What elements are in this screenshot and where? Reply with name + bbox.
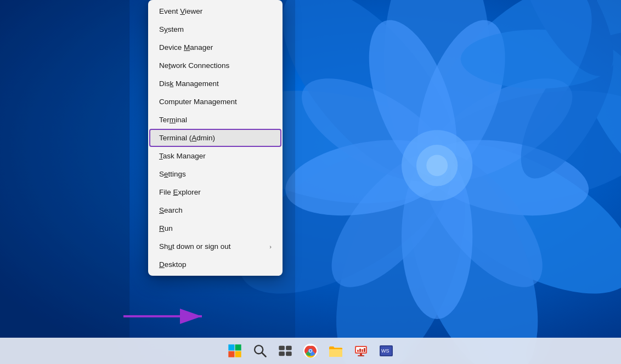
menu-item-label: Desktop	[159, 260, 187, 269]
svg-rect-52	[357, 350, 359, 352]
taskbar-search-button[interactable]	[248, 339, 272, 363]
svg-text:WS: WS	[381, 348, 389, 354]
svg-rect-34	[228, 351, 234, 357]
menu-item-label: Task Manager	[159, 152, 206, 160]
desktop-background	[0, 0, 621, 364]
svg-rect-55	[364, 348, 365, 352]
menu-item-disk-management[interactable]: Disk Management	[148, 75, 283, 93]
menu-item-label: Computer Management	[159, 98, 237, 106]
menu-item-terminal[interactable]: Terminal	[148, 111, 283, 129]
menu-item-file-explorer[interactable]: File Explorer	[148, 183, 283, 201]
menu-item-computer-management[interactable]: Computer Management	[148, 93, 283, 111]
start-button[interactable]	[223, 339, 247, 363]
svg-rect-51	[358, 355, 364, 356]
menu-item-event-viewer[interactable]: Event Viewer	[148, 2, 283, 20]
svg-rect-38	[279, 346, 284, 350]
menu-item-label: Terminal (Admin)	[159, 134, 215, 142]
menu-item-search[interactable]: Search	[148, 201, 283, 219]
taskbar: WS	[0, 338, 621, 364]
menu-item-settings[interactable]: Settings	[148, 165, 283, 183]
menu-item-network-connections[interactable]: Network Connections	[148, 56, 283, 75]
svg-rect-39	[286, 346, 292, 350]
menu-item-label: File Explorer	[159, 188, 201, 196]
menu-item-shutdown[interactable]: Shut down or sign out ›	[148, 237, 283, 255]
svg-point-21	[426, 155, 448, 176]
menu-item-label: Event Viewer	[159, 7, 202, 15]
taskbar-icons: WS	[223, 339, 398, 363]
menu-item-label: Device Manager	[159, 43, 213, 52]
menu-item-label: Settings	[159, 170, 186, 178]
context-menu: Event Viewer System Device Manager Netwo…	[148, 0, 283, 276]
svg-rect-50	[360, 354, 362, 355]
menu-item-label: System	[159, 25, 184, 33]
submenu-arrow-icon: ›	[269, 243, 272, 250]
arrow-annotation	[121, 303, 208, 332]
menu-item-label: Shut down or sign out	[159, 242, 231, 251]
svg-rect-33	[235, 344, 241, 350]
menu-item-run[interactable]: Run	[148, 219, 283, 237]
svg-rect-35	[235, 351, 241, 357]
svg-rect-32	[228, 344, 234, 350]
menu-item-label: Disk Management	[159, 79, 219, 88]
taskbar-app6-button[interactable]: WS	[374, 339, 398, 363]
svg-point-45	[309, 350, 312, 352]
menu-item-label: Terminal	[159, 116, 187, 124]
menu-item-label: Search	[159, 206, 183, 214]
menu-item-device-manager[interactable]: Device Manager	[148, 38, 283, 56]
menu-item-task-manager[interactable]: Task Manager	[148, 147, 283, 165]
menu-item-label: Network Connections	[159, 61, 229, 70]
svg-rect-40	[279, 351, 284, 356]
svg-rect-54	[362, 349, 363, 352]
taskbar-app5-button[interactable]	[349, 339, 373, 363]
taskbar-file-explorer-button[interactable]	[324, 339, 348, 363]
taskbar-task-view-button[interactable]	[273, 339, 297, 363]
taskbar-chrome-button[interactable]	[298, 339, 323, 363]
svg-rect-41	[286, 351, 292, 356]
menu-item-label: Run	[159, 224, 173, 232]
menu-item-desktop[interactable]: Desktop	[148, 255, 283, 274]
menu-item-system[interactable]: System	[148, 20, 283, 38]
svg-rect-47	[329, 349, 342, 357]
menu-item-terminal-admin[interactable]: Terminal (Admin)	[149, 129, 281, 147]
svg-rect-53	[359, 349, 361, 352]
svg-line-37	[262, 353, 266, 357]
